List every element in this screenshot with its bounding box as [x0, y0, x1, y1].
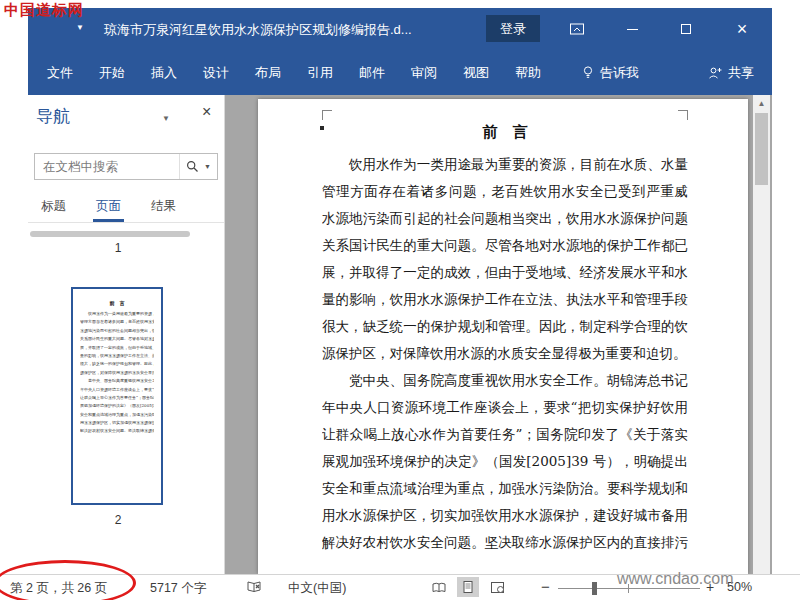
thumbnail-text-line: 展，并取得了一定的成效，但由于受地域、经济发展水平和水资源总 [80, 344, 154, 352]
thumbnail-text-line: 饮用水作为一类用途最为重要的资源，目前在水质、水量及资源 [80, 310, 154, 318]
share-person-icon [708, 66, 722, 80]
thumbnail-text-line: 关系国计民生的重大问题。尽管各地对水源地的保护工作都已经开 [80, 335, 154, 343]
body-line: 党中央、国务院高度重视饮用水安全工作。胡锦涛总书记在 2005 [322, 367, 688, 394]
ribbon-tab-design[interactable]: 设计 [190, 50, 242, 95]
minimize-icon [627, 29, 638, 30]
search-dropdown-caret-icon: ▼ [204, 163, 211, 170]
page-thumbnails-panel: 1 前 言 饮用水作为一类用途最为重要的资源，目前在水质、水量及资源 管理方面存… [28, 225, 208, 574]
navigation-options-caret-icon[interactable]: ▼ [162, 114, 170, 123]
nav-tab-pages[interactable]: 页面 [93, 193, 124, 222]
watermark-bottom-right: www.cndao.com [617, 570, 734, 588]
scrollbar-up-arrow-icon[interactable]: ▲ [753, 95, 770, 112]
zoom-slider-track[interactable] [558, 588, 700, 589]
vertical-scrollbar[interactable]: ▲ [753, 95, 770, 574]
body-line: 用水水源保护区，切实加强饮用水水源保护，建设好城市备用水源， [322, 502, 688, 529]
body-line: 饮用水作为一类用途最为重要的资源，目前在水质、水量及资源 [322, 151, 688, 178]
sign-in-button[interactable]: 登录 [486, 15, 540, 42]
language-indicator[interactable]: 中文(中国) [288, 580, 346, 597]
body-line: 解决好农村饮水安全问题。坚决取缔水源保护区内的直接排污口，严 [322, 529, 688, 556]
body-line: 展观加强环境保护的决定》（国发[2005]39 号），明确提出“以饮水 [322, 448, 688, 475]
text-boundary-mark-top-right [678, 110, 688, 120]
thumbnail-text-line: 用水水源保护区，切实加强饮用水水源保护，建设好城市备用水源， [80, 419, 154, 427]
thumbnail-text-line: 年中央人口资源环境工作座谈会上，要求“把切实保护好饮用水源， [80, 386, 154, 394]
ribbon-tab-references[interactable]: 引用 [294, 50, 346, 95]
body-line: 管理方面存在着诸多问题，老百姓饮用水安全已受到严重威胁。由于 [322, 178, 688, 205]
tell-me-label: 告诉我 [600, 64, 639, 82]
page-number-indicator[interactable]: 第 2 页，共 26 页 [10, 580, 107, 597]
body-line: 安全和重点流域治理为重点，加强水污染防治。要科学规划和调整饮 [322, 475, 688, 502]
document-search-box: ▼ [34, 153, 218, 180]
thumbnail-text-line: 党中央、国务院高度重视饮用水安全工作。胡锦涛总书记在 2005 [80, 377, 154, 385]
text-boundary-mark-top-left [322, 110, 332, 120]
nav-tab-headings[interactable]: 标题 [38, 193, 69, 222]
ribbon-tab-bar: 文件 开始 插入 设计 布局 引用 邮件 审阅 视图 帮助 告诉我 共享 [28, 50, 772, 95]
read-mode-icon [431, 581, 447, 594]
navigation-tabs: 标题 页面 结果 [28, 193, 224, 223]
document-heading: 前 言 [322, 123, 688, 142]
print-layout-button[interactable] [457, 577, 479, 597]
ribbon-tab-view[interactable]: 视图 [450, 50, 502, 95]
document-title: 琼海市万泉河红星饮用水水源保护区规划修编报告.d... [104, 21, 412, 39]
thumbnail-text-line: 管理方面存在着诸多问题，老百姓饮用水安全已受到严重威胁。由于 [80, 318, 154, 326]
view-mode-switcher [428, 577, 508, 597]
scrollbar-thumb[interactable] [755, 113, 768, 185]
zoom-out-button[interactable]: − [541, 578, 550, 595]
body-line: 很大，缺乏统一的保护规划和管理。因此，制定科学合理的饮用水水 [322, 313, 688, 340]
page-1-label: 1 [28, 241, 208, 255]
document-body: 饮用水作为一类用途最为重要的资源，目前在水质、水量及资源 管理方面存在着诸多问题… [322, 151, 688, 556]
navigation-pane: 导航 ▼ × ▼ 标题 页面 结果 1 前 言 饮用水作为一类用途最为重要的资源… [28, 95, 225, 574]
ribbon-tab-home[interactable]: 开始 [86, 50, 138, 95]
search-icon [186, 160, 199, 173]
web-layout-icon [490, 581, 505, 594]
ribbon-tab-insert[interactable]: 插入 [138, 50, 190, 95]
title-bar: ▼ 琼海市万泉河红星饮用水水源保护区规划修编报告.d... 登录 × [28, 8, 772, 50]
thumbnails-horizontal-scrollbar[interactable] [30, 231, 190, 237]
ribbon-tab-help[interactable]: 帮助 [502, 50, 554, 95]
nav-tab-results[interactable]: 结果 [148, 193, 179, 222]
navigation-close-icon[interactable]: × [202, 103, 211, 121]
word-count-indicator[interactable]: 5717 个字 [150, 580, 206, 597]
document-page[interactable]: 前 言 饮用水作为一类用途最为重要的资源，目前在水质、水量及资源 管理方面存在着… [258, 99, 748, 574]
quick-access-caret-icon[interactable]: ▼ [76, 23, 84, 32]
body-line: 展，并取得了一定的成效，但由于受地域、经济发展水平和水资源总 [322, 259, 688, 286]
share-label: 共享 [728, 64, 754, 82]
page-2-thumbnail[interactable]: 前 言 饮用水作为一类用途最为重要的资源，目前在水质、水量及资源 管理方面存在着… [71, 287, 163, 505]
thumbnail-text-line: 很大，缺乏统一的保护规划和管理。因此，制定科学合理的饮用水水 [80, 360, 154, 368]
maximize-button[interactable] [662, 8, 710, 50]
thumbnail-text-line: 让群众喝上放心水作为首要任务”；国务院印发了《关于落实科学发 [80, 394, 154, 402]
thumbnail-text-line: 展观加强环境保护的决定》（国发[2005]39 号），明确提出“以饮水 [80, 402, 154, 410]
minimize-button[interactable] [608, 8, 656, 50]
tell-me-button[interactable]: 告诉我 [570, 50, 651, 95]
sign-in-label: 登录 [500, 20, 526, 38]
thumbnail-text-line: 水源地污染而引起的社会问题相当突出，饮用水水源保护问题已成为 [80, 327, 154, 335]
body-line: 关系国计民生的重大问题。尽管各地对水源地的保护工作都已经开 [322, 232, 688, 259]
search-input[interactable] [35, 160, 179, 174]
close-icon: × [737, 19, 748, 40]
document-canvas: 前 言 饮用水作为一类用途最为重要的资源，目前在水质、水量及资源 管理方面存在着… [225, 95, 772, 574]
thumbnail-text-line: 解决好农村饮水安全问题。坚决取缔水源保护区内的直接排污口，严 [80, 427, 154, 435]
read-mode-button[interactable] [428, 577, 450, 597]
close-button[interactable]: × [716, 8, 768, 50]
word-window: ▼ 琼海市万泉河红星饮用水水源保护区规划修编报告.d... 登录 × 文件 开始… [0, 0, 800, 600]
body-line: 源保护区，对保障饮用水源的水质安全显得极为重要和迫切。 [322, 340, 688, 367]
zoom-slider-thumb[interactable] [592, 582, 597, 595]
body-line: 年中央人口资源环境工作座谈会上，要求“把切实保护好饮用水源， [322, 394, 688, 421]
ribbon-display-options-button[interactable] [566, 19, 588, 39]
ribbon-display-options-icon [569, 21, 585, 37]
thumbnail-text-line: 量的影响，饮用水水源保护工作在立法、执法水平和管理手段上差别 [80, 352, 154, 360]
ribbon-tab-review[interactable]: 审阅 [398, 50, 450, 95]
body-line: 水源地污染而引起的社会问题相当突出，饮用水水源保护问题已成为 [322, 205, 688, 232]
search-controls[interactable]: ▼ [179, 154, 217, 179]
maximize-icon [681, 24, 691, 34]
ribbon-tab-file[interactable]: 文件 [34, 50, 86, 95]
navigation-pane-title: 导航 [36, 105, 70, 128]
thumbnail-text-line: 安全和重点流域治理为重点，加强水污染防治。要科学规划和调整饮 [80, 411, 154, 419]
spell-check-button[interactable] [246, 580, 262, 597]
print-layout-icon [461, 580, 475, 594]
web-layout-button[interactable] [486, 577, 508, 597]
thumbnail-text-line: 源保护区，对保障饮用水源的水质安全显得极为重要和迫切。 [80, 369, 154, 377]
share-button[interactable]: 共享 [696, 50, 766, 95]
body-line: 让群众喝上放心水作为首要任务”；国务院印发了《关于落实科学发 [322, 421, 688, 448]
ribbon-tab-layout[interactable]: 布局 [242, 50, 294, 95]
ribbon-tab-mailings[interactable]: 邮件 [346, 50, 398, 95]
